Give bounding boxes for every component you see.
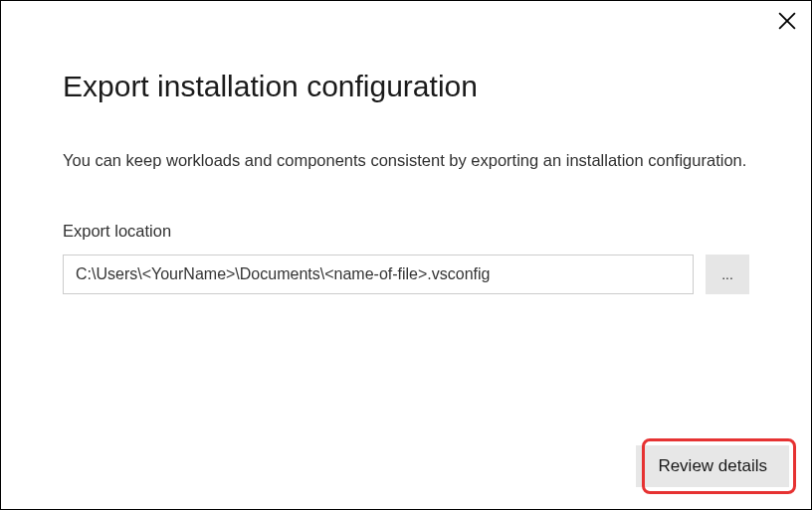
- input-row: ...: [63, 255, 749, 294]
- close-button[interactable]: [775, 9, 799, 33]
- close-icon: [778, 12, 796, 30]
- review-details-button[interactable]: Review details: [636, 445, 789, 487]
- dialog-content: Export installation configuration You ca…: [1, 1, 811, 294]
- dialog-footer: Review details: [636, 445, 789, 487]
- export-path-input[interactable]: [63, 255, 694, 294]
- dialog-title: Export installation configuration: [63, 69, 749, 104]
- dialog-description: You can keep workloads and components co…: [63, 148, 749, 174]
- browse-button[interactable]: ...: [706, 255, 749, 294]
- export-location-label: Export location: [63, 222, 749, 241]
